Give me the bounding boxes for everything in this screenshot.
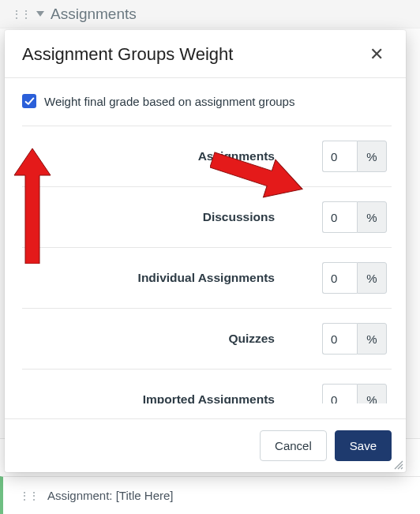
group-label: Quizzes: [54, 332, 322, 346]
weight-input[interactable]: [322, 323, 357, 355]
cancel-button[interactable]: Cancel: [260, 430, 327, 461]
checkmark-icon: [24, 96, 35, 107]
group-row: Assignments%: [22, 126, 392, 187]
weight-input-group: %: [322, 141, 387, 172]
groups-list[interactable]: Assignments%Discussions%Individual Assig…: [22, 119, 395, 403]
dialog-header: Assignment Groups Weight ✕: [5, 30, 406, 78]
assignments-header-label: Assignments: [51, 6, 137, 23]
group-row: Individual Assignments%: [22, 248, 392, 309]
group-row: Discussions%: [22, 187, 392, 248]
group-label: Imported Assignments: [54, 392, 322, 403]
group-row: Imported Assignments%: [22, 370, 392, 403]
weight-checkbox[interactable]: [22, 94, 36, 108]
bg-row-label: Assignment: [Title Here]: [47, 489, 174, 502]
group-row: Quizzes%: [22, 309, 392, 370]
save-button[interactable]: Save: [335, 430, 392, 461]
weight-input-group: %: [322, 384, 387, 403]
group-label: Individual Assignments: [54, 271, 322, 285]
dialog-title: Assignment Groups Weight: [22, 44, 233, 65]
group-label: Assignments: [54, 149, 322, 163]
drag-handle-icon: ⋮⋮: [19, 490, 38, 502]
weight-input-group: %: [322, 262, 387, 294]
weight-input[interactable]: [322, 201, 357, 233]
assignments-header-bar[interactable]: ⋮⋮ Assignments: [0, 0, 420, 28]
weight-checkbox-row: Weight final grade based on assignment g…: [22, 89, 395, 119]
weight-input[interactable]: [322, 141, 357, 172]
resize-grip-icon[interactable]: [393, 460, 404, 471]
bg-row-assignment-title[interactable]: ⋮⋮ Assignment: [Title Here]: [0, 476, 420, 514]
caret-down-icon: [36, 11, 44, 17]
drag-handle-icon: ⋮⋮: [11, 8, 30, 21]
weight-input-group: %: [322, 323, 387, 355]
percent-addon: %: [357, 384, 387, 403]
percent-addon: %: [357, 323, 387, 355]
close-button[interactable]: ✕: [365, 44, 388, 65]
weight-input[interactable]: [322, 384, 357, 403]
close-icon: ✕: [369, 44, 384, 64]
percent-addon: %: [357, 141, 387, 172]
dialog-body: Weight final grade based on assignment g…: [5, 78, 406, 418]
weight-checkbox-label: Weight final grade based on assignment g…: [44, 95, 294, 108]
percent-addon: %: [357, 201, 387, 233]
dialog-footer: Cancel Save: [5, 418, 406, 472]
weight-input[interactable]: [322, 262, 357, 294]
assignment-groups-weight-dialog: Assignment Groups Weight ✕ Weight final …: [5, 30, 406, 472]
weight-input-group: %: [322, 201, 387, 233]
group-label: Discussions: [54, 210, 322, 224]
percent-addon: %: [357, 262, 387, 294]
